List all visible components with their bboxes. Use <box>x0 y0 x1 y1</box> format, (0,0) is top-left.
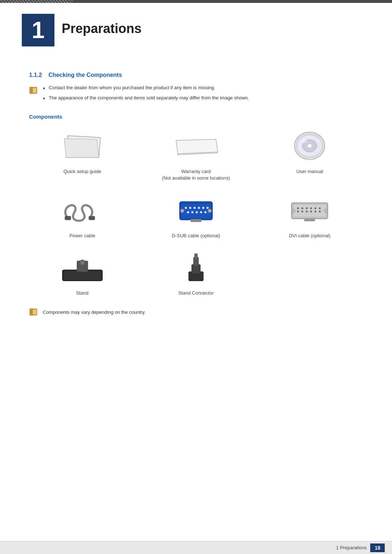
note-lines: • Contact the dealer from whom you purch… <box>43 85 363 105</box>
svg-rect-18 <box>181 204 211 217</box>
note-line-2: • The appearance of the components and i… <box>43 95 363 103</box>
note-text-1: Contact the dealer from whom you purchas… <box>49 85 215 90</box>
svg-point-26 <box>191 211 193 213</box>
component-image-user-manual <box>284 128 335 165</box>
svg-rect-32 <box>191 219 201 222</box>
footer-note-icon <box>29 307 39 317</box>
svg-point-45 <box>315 210 317 212</box>
svg-rect-15 <box>65 216 71 220</box>
note-text-2: The appearance of the components and ite… <box>49 95 249 100</box>
svg-point-22 <box>198 207 200 209</box>
component-image-dvi-cable <box>284 193 335 229</box>
component-dvi-cable: DVI cable (optional) <box>257 193 363 239</box>
svg-point-37 <box>306 207 308 209</box>
svg-point-19 <box>185 207 187 209</box>
svg-point-25 <box>187 211 189 213</box>
svg-point-47 <box>291 209 295 213</box>
component-stand: Stand <box>29 250 135 296</box>
svg-point-24 <box>207 207 209 209</box>
chapter-title: Preparations <box>62 10 142 36</box>
svg-point-39 <box>315 207 317 209</box>
component-label-dsub-cable: D-SUB cable (optional) <box>172 233 220 239</box>
note-box: • Contact the dealer from whom you purch… <box>29 85 363 105</box>
svg-rect-1 <box>30 87 33 94</box>
component-warranty-card: Warranty card (Not available in some loc… <box>143 128 249 181</box>
svg-point-28 <box>200 211 202 213</box>
bottom-bar: 1 Preparations 18 <box>0 541 392 554</box>
component-image-stand <box>57 250 108 286</box>
svg-point-30 <box>180 209 184 213</box>
header-bar <box>0 0 392 3</box>
component-quick-setup-guide: Quick setup guide <box>29 128 135 181</box>
svg-rect-59 <box>195 254 197 259</box>
svg-point-20 <box>189 207 191 209</box>
svg-point-27 <box>196 211 198 213</box>
component-stand-connector: Stand Connector <box>143 250 249 296</box>
section-title: Checking the Components <box>48 72 122 78</box>
component-label-power-cable: Power cable <box>69 233 95 239</box>
svg-point-23 <box>202 207 204 209</box>
svg-point-38 <box>310 207 312 209</box>
chapter-number: 1 <box>22 14 54 46</box>
svg-point-41 <box>297 210 299 212</box>
section-heading: 1.1.2 Checking the Components <box>29 72 363 78</box>
svg-marker-6 <box>64 139 99 157</box>
footer-note-text: Components may vary depending on the cou… <box>43 309 146 315</box>
note-line-1: • Contact the dealer from whom you purch… <box>43 85 363 93</box>
component-label-dvi-cable: DVI cable (optional) <box>289 233 330 239</box>
svg-point-46 <box>319 210 321 212</box>
component-user-manual: User manual <box>257 128 363 181</box>
note-icon <box>29 86 39 96</box>
chapter-block: 1 Preparations <box>0 3 392 61</box>
svg-rect-49 <box>304 219 315 221</box>
section-number: 1.1.2 <box>29 72 42 78</box>
svg-point-29 <box>204 211 207 213</box>
page-number: 18 <box>370 543 385 552</box>
svg-point-35 <box>297 207 299 209</box>
components-heading: Components <box>29 114 363 120</box>
svg-point-43 <box>306 210 308 212</box>
component-label-warranty-card: Warranty card (Not available in some loc… <box>162 168 230 181</box>
bullet-1: • <box>43 85 45 93</box>
bullet-2: • <box>43 95 45 103</box>
component-label-stand-connector: Stand Connector <box>178 290 214 296</box>
component-dsub-cable: D-SUB cable (optional) <box>143 193 249 239</box>
component-label-user-manual: User manual <box>296 168 323 175</box>
components-grid: Quick setup guide Warranty card (Not ava… <box>29 128 363 296</box>
svg-rect-51 <box>64 271 101 280</box>
svg-point-36 <box>302 207 303 209</box>
component-image-stand-connector <box>171 250 221 286</box>
component-label-quick-setup-guide: Quick setup guide <box>64 168 101 175</box>
svg-point-13 <box>307 144 312 148</box>
svg-point-21 <box>193 207 196 209</box>
svg-marker-8 <box>176 139 218 154</box>
component-image-quick-setup-guide <box>57 128 108 165</box>
component-label-stand: Stand <box>76 290 89 296</box>
svg-point-48 <box>324 209 328 213</box>
component-image-dsub-cable <box>171 193 221 229</box>
footer-label: 1 Preparations <box>336 545 367 550</box>
footer-note: Components may vary depending on the cou… <box>29 307 363 317</box>
svg-point-40 <box>319 207 321 209</box>
svg-rect-61 <box>30 309 33 315</box>
component-image-warranty-card <box>171 128 221 165</box>
svg-point-42 <box>302 210 303 212</box>
component-image-power-cable <box>57 193 108 229</box>
component-power-cable: Power cable <box>29 193 135 239</box>
svg-point-44 <box>310 210 312 212</box>
svg-point-31 <box>208 209 212 213</box>
main-section: 1.1.2 Checking the Components • Contact … <box>0 72 392 317</box>
svg-rect-16 <box>89 216 95 220</box>
